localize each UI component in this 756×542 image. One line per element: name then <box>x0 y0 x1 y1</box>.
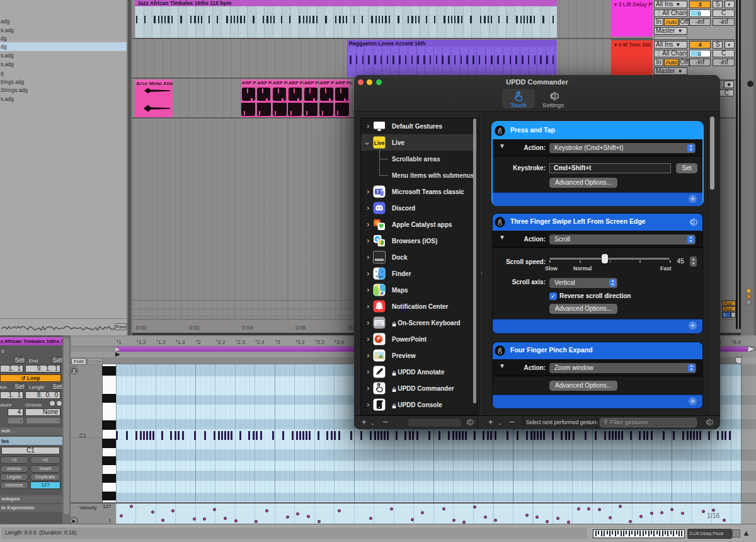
svg-text:T: T <box>376 189 379 195</box>
svg-text:Live: Live <box>374 141 385 146</box>
svg-text:P: P <box>377 337 381 341</box>
